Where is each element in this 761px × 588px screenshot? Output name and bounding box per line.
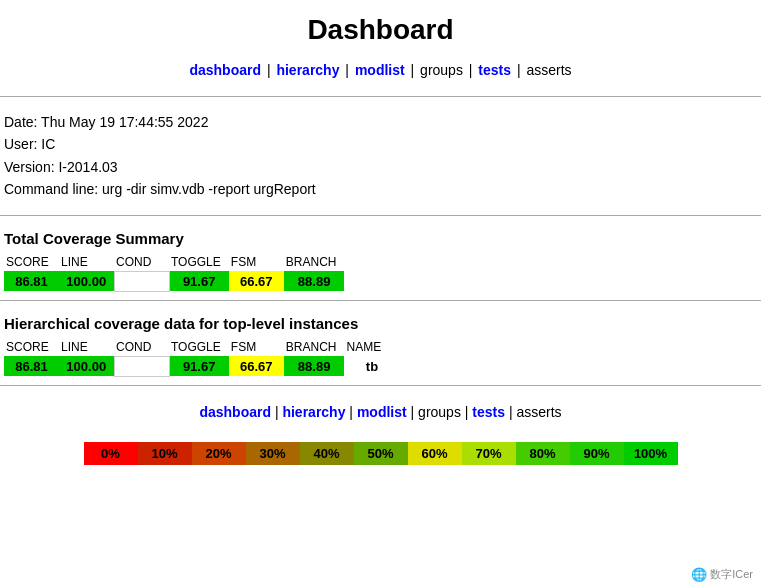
- legend-bar: 0% 10% 20% 30% 40% 50% 60% 70% 80% 90% 1…: [0, 428, 761, 475]
- legend-80: 80%: [516, 442, 570, 465]
- hierarchical-title: Hierarchical coverage data for top-level…: [0, 309, 761, 336]
- bottom-nav-hierarchy[interactable]: hierarchy: [282, 404, 345, 420]
- sep2: |: [345, 62, 353, 78]
- h-branch: 88.89: [284, 356, 345, 376]
- h-cond: [114, 356, 169, 376]
- hcol-toggle: TOGGLE: [169, 340, 229, 357]
- divider-4: [0, 385, 761, 386]
- bsep3: |: [411, 404, 419, 420]
- watermark-text: 数字ICer: [710, 567, 753, 582]
- total-coverage-title: Total Coverage Summary: [0, 224, 761, 251]
- h-name: tb: [344, 356, 399, 376]
- legend-50: 50%: [354, 442, 408, 465]
- watermark: 🌐 数字ICer: [691, 567, 753, 582]
- nav-dashboard[interactable]: dashboard: [189, 62, 261, 78]
- h-fsm: 66.67: [229, 356, 284, 376]
- table-row: 86.81 100.00 91.67 66.67 88.89 tb: [4, 356, 399, 376]
- h-toggle: 91.67: [169, 356, 229, 376]
- nav-hierarchy[interactable]: hierarchy: [276, 62, 339, 78]
- col-fsm: FSM: [229, 255, 284, 272]
- legend-70: 70%: [462, 442, 516, 465]
- legend-90: 90%: [570, 442, 624, 465]
- h-score: 86.81: [4, 356, 59, 376]
- bottom-nav-groups: groups: [418, 404, 461, 420]
- divider-2: [0, 215, 761, 216]
- col-line: LINE: [59, 255, 114, 272]
- sep1: |: [267, 62, 275, 78]
- page-title: Dashboard: [0, 0, 761, 56]
- info-command: Command line: urg -dir simv.vdb -report …: [4, 178, 757, 200]
- hcol-fsm: FSM: [229, 340, 284, 357]
- nav-asserts: asserts: [526, 62, 571, 78]
- sep3: |: [411, 62, 419, 78]
- info-date: Date: Thu May 19 17:44:55 2022: [4, 111, 757, 133]
- bottom-nav-dashboard[interactable]: dashboard: [199, 404, 271, 420]
- hierarchical-table: SCORE LINE COND TOGGLE FSM BRANCH NAME 8…: [4, 340, 400, 377]
- col-toggle: TOGGLE: [169, 255, 229, 272]
- col-branch: BRANCH: [284, 255, 345, 272]
- legend-30: 30%: [246, 442, 300, 465]
- bottom-nav-asserts: asserts: [516, 404, 561, 420]
- bottom-nav-modlist[interactable]: modlist: [357, 404, 407, 420]
- total-toggle: 91.67: [169, 271, 229, 291]
- total-score: 86.81: [4, 271, 59, 291]
- table-row: 86.81 100.00 91.67 66.67 88.89: [4, 271, 344, 291]
- legend-20: 20%: [192, 442, 246, 465]
- total-branch: 88.89: [284, 271, 345, 291]
- nav-groups: groups: [420, 62, 463, 78]
- info-version: Version: I-2014.03: [4, 156, 757, 178]
- divider-3: [0, 300, 761, 301]
- total-line: 100.00: [59, 271, 114, 291]
- watermark-icon: 🌐: [691, 567, 707, 582]
- hcol-cond: COND: [114, 340, 169, 357]
- info-user: User: IC: [4, 133, 757, 155]
- col-cond: COND: [114, 255, 169, 272]
- hcol-name: NAME: [344, 340, 399, 357]
- legend-60: 60%: [408, 442, 462, 465]
- col-score: SCORE: [4, 255, 59, 272]
- bsep2: |: [349, 404, 357, 420]
- legend-10: 10%: [138, 442, 192, 465]
- info-section: Date: Thu May 19 17:44:55 2022 User: IC …: [0, 105, 761, 207]
- hcol-score: SCORE: [4, 340, 59, 357]
- total-coverage-table: SCORE LINE COND TOGGLE FSM BRANCH 86.81 …: [4, 255, 345, 292]
- bottom-nav: dashboard | hierarchy | modlist | groups…: [0, 394, 761, 428]
- top-nav: dashboard | hierarchy | modlist | groups…: [0, 56, 761, 88]
- nav-modlist[interactable]: modlist: [355, 62, 405, 78]
- legend-100: 100%: [624, 442, 678, 465]
- legend-0: 0%: [84, 442, 138, 465]
- sep5: |: [517, 62, 525, 78]
- nav-tests[interactable]: tests: [478, 62, 511, 78]
- hcol-branch: BRANCH: [284, 340, 345, 357]
- legend-40: 40%: [300, 442, 354, 465]
- total-fsm: 66.67: [229, 271, 284, 291]
- hcol-line: LINE: [59, 340, 114, 357]
- bottom-nav-tests[interactable]: tests: [472, 404, 505, 420]
- h-line: 100.00: [59, 356, 114, 376]
- total-cond: [114, 271, 169, 291]
- sep4: |: [469, 62, 477, 78]
- divider-1: [0, 96, 761, 97]
